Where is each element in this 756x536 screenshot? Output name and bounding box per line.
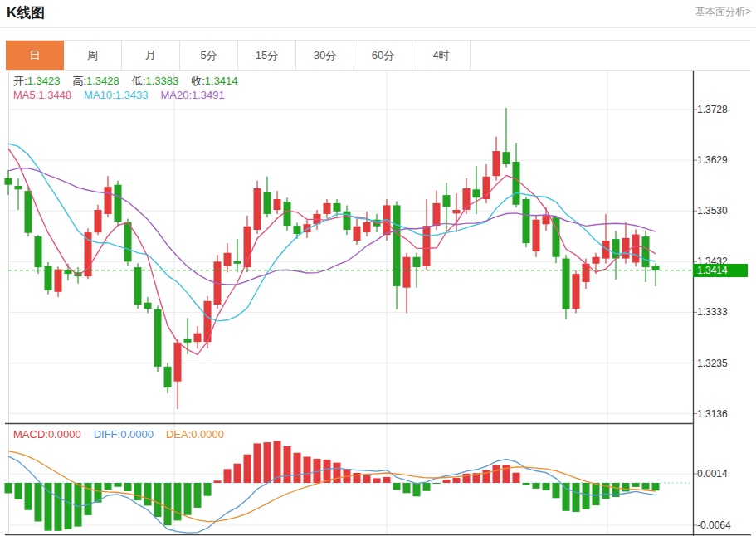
macd-bar [154, 483, 162, 517]
macd-panel [5, 441, 694, 533]
macd-bar [254, 443, 261, 483]
ma-legend-item-value: 1.3491 [192, 89, 225, 101]
macd-bar [224, 469, 232, 483]
macd-bar [194, 483, 202, 508]
macd-bar [294, 453, 301, 483]
ohlc-legend-item-label: 收: [191, 75, 205, 87]
macd-legend-item: DIFF:0.0000 [94, 428, 154, 441]
candle-body [533, 220, 540, 251]
candle-body [443, 195, 451, 207]
ohlc-legend-item-value: 1.3414 [205, 75, 238, 87]
fundamental-analysis-link[interactable]: 基本面分析> [695, 5, 751, 19]
macd-bar [513, 473, 520, 483]
ma-legend-item-value: 1.3433 [115, 89, 149, 101]
candle-body [563, 259, 570, 309]
macd-axis-label: -0.0064 [697, 519, 731, 531]
price-axis-label: 1.3728 [697, 104, 728, 115]
tab-4hour[interactable]: 4时 [412, 41, 471, 70]
candle-body [573, 274, 580, 309]
ohlc-legend-item: 低:1.3383 [132, 74, 178, 89]
tab-month[interactable]: 月 [122, 41, 180, 70]
macd-bar [284, 446, 291, 483]
ohlc-legend-item-value: 1.3423 [27, 75, 61, 87]
macd-bar [373, 478, 381, 483]
candle-body [413, 257, 421, 267]
candle-body [294, 226, 301, 234]
candle-body [612, 239, 620, 259]
candle-body [274, 199, 281, 210]
price-axis-label: 1.3530 [697, 205, 728, 217]
ma-legend-item: MA10:1.3433 [84, 89, 148, 101]
macd-bar [433, 483, 441, 484]
tab-15min[interactable]: 15分 [238, 41, 296, 70]
ma-legend-item-label: MA5: [13, 89, 38, 101]
macd-bar [134, 483, 142, 500]
candle-body [5, 178, 12, 185]
candle-body [453, 210, 461, 213]
tab-60min[interactable]: 60分 [354, 41, 412, 70]
ohlc-legend-item-value: 1.3383 [145, 75, 178, 87]
candle-body [622, 238, 630, 259]
macd-bar [652, 483, 660, 490]
macd-bar [622, 483, 630, 491]
ohlc-legend: 开:1.3423高:1.3428低:1.3383收:1.3414 [13, 74, 251, 89]
candle-body [194, 334, 202, 343]
macd-bar [423, 483, 431, 491]
macd-bar [632, 483, 640, 487]
macd-bar [25, 483, 32, 510]
macd-bar [553, 483, 560, 498]
candle-body [403, 257, 411, 288]
macd-bar [354, 473, 361, 483]
candle-body [174, 343, 182, 382]
candle-body [95, 210, 102, 232]
macd-legend-item-value: 0.0000 [48, 428, 81, 441]
macd-bar [164, 483, 172, 525]
macd-bar [5, 483, 12, 493]
ohlc-legend-item-label: 低: [132, 75, 146, 87]
ma-legend: MA5:1.3448MA10:1.3433MA20:1.3491 [13, 89, 237, 101]
macd-bar [304, 456, 311, 483]
macd-bar [593, 483, 600, 505]
tab-day[interactable]: 日 [6, 41, 64, 70]
macd-bar [563, 483, 570, 511]
macd-bar [383, 477, 391, 483]
candle-body [543, 216, 550, 225]
ma-legend-item: MA5:1.3448 [13, 89, 71, 101]
kline-page: { "header": { "title": "K线图", "link_labe… [0, 0, 756, 536]
macd-bar [543, 483, 550, 490]
candle-body [433, 203, 441, 226]
candle-body [184, 339, 192, 343]
macd-bar [55, 483, 62, 531]
ma-legend-item-label: MA20: [160, 89, 192, 101]
candle-body [652, 266, 660, 270]
candle-body [523, 199, 530, 243]
macd-axis-label: 0.0014 [697, 468, 728, 480]
macd-bar [503, 465, 510, 483]
macd-bar [443, 480, 451, 483]
macd-bar [15, 483, 22, 499]
macd-bar [184, 483, 192, 515]
tab-5min[interactable]: 5分 [180, 41, 238, 70]
candle-body [513, 162, 520, 205]
candle-body [55, 270, 62, 292]
candle-body [25, 191, 32, 233]
candle-body [254, 188, 261, 230]
candle-body [324, 203, 331, 214]
ma-legend-item: MA20:1.3491 [160, 89, 224, 101]
candle-body [642, 236, 650, 267]
candle-body [632, 235, 640, 263]
macd-bar [573, 483, 580, 512]
ohlc-legend-item-label: 高: [72, 75, 86, 87]
tab-week[interactable]: 周 [64, 41, 122, 70]
tab-30min[interactable]: 30分 [296, 41, 354, 70]
macd-bar [174, 483, 182, 520]
ohlc-legend-item-value: 1.3428 [86, 75, 119, 87]
macd-legend-item-value: 0.0000 [191, 428, 224, 441]
macd-bar [324, 460, 331, 483]
axes [5, 71, 751, 536]
macd-legend-item-value: 0.0000 [120, 428, 154, 441]
macd-bar [214, 480, 222, 483]
macd-legend-item-label: DIFF: [94, 428, 121, 441]
macd-legend-item-label: MACD: [13, 428, 48, 441]
candle-body [115, 185, 122, 222]
